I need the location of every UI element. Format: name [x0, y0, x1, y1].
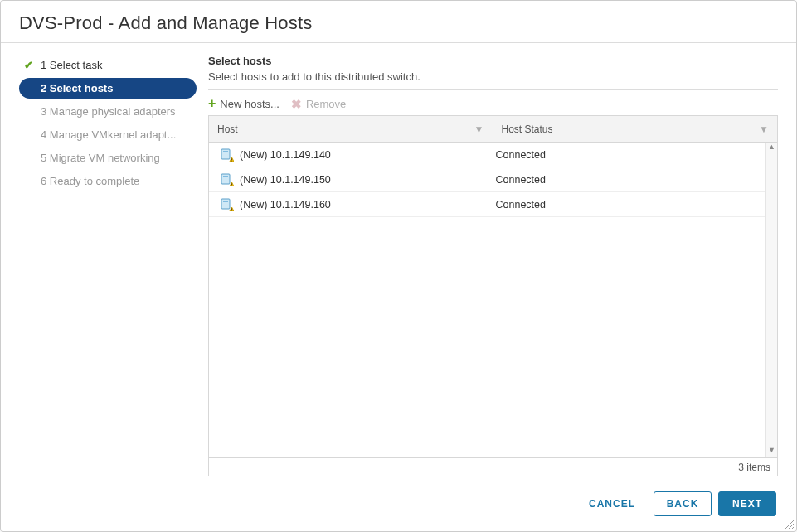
cancel-button[interactable]: CANCEL [577, 491, 647, 516]
dialog-title: DVS-Prod - Add and Manage Hosts [19, 12, 778, 34]
hosts-table: Host ▼ Host Status ▼ [208, 115, 778, 476]
wizard-step-ready-complete[interactable]: 6 Ready to complete [19, 171, 197, 191]
dialog-header: DVS-Prod - Add and Manage Hosts [1, 1, 796, 43]
cell-status: Connected [488, 199, 766, 210]
remove-label: Remove [306, 98, 346, 110]
svg-rect-6 [223, 176, 228, 177]
cell-host: (New) 10.1.149.140 [209, 148, 488, 162]
table-body: (New) 10.1.149.140 Connected [209, 143, 765, 457]
resize-handle-icon[interactable] [785, 520, 794, 529]
step-label: 1 Select task [41, 59, 102, 71]
svg-rect-4 [231, 160, 232, 161]
svg-rect-10 [221, 199, 230, 209]
section-title: Select hosts [208, 55, 778, 67]
svg-rect-0 [221, 149, 230, 159]
checkmark-icon: ✔ [24, 59, 33, 71]
svg-rect-9 [231, 185, 232, 186]
filter-icon[interactable]: ▼ [474, 123, 484, 135]
svg-rect-11 [223, 201, 228, 202]
remove-button: ✖ Remove [291, 98, 346, 110]
svg-rect-1 [223, 151, 228, 152]
toolbar: + New hosts... ✖ Remove [208, 90, 778, 115]
column-label: Host Status [502, 123, 553, 135]
content-panel: Select hosts Select hosts to add to this… [208, 55, 778, 476]
items-count: 3 items [738, 462, 770, 473]
step-label: 6 Ready to complete [41, 175, 139, 187]
column-header-status[interactable]: Host Status ▼ [493, 116, 778, 142]
dialog-body: ✔ 1 Select task 2 Select hosts 3 Manage … [1, 43, 796, 476]
cell-host: (New) 10.1.149.160 [209, 198, 488, 211]
scroll-down-icon[interactable]: ▼ [766, 446, 777, 457]
host-name: (New) 10.1.149.160 [240, 199, 331, 210]
svg-rect-13 [231, 208, 232, 210]
wizard-step-physical-adapters[interactable]: 3 Manage physical adapters [19, 101, 197, 122]
step-label: 5 Migrate VM networking [41, 152, 160, 164]
scrollbar[interactable]: ▲ ▼ [765, 143, 777, 457]
wizard-steps: ✔ 1 Select task 2 Select hosts 3 Manage … [19, 55, 197, 476]
cell-status: Connected [488, 174, 766, 186]
svg-rect-5 [221, 174, 230, 184]
svg-line-17 [792, 527, 794, 529]
svg-rect-3 [231, 158, 232, 160]
step-label: 2 Select hosts [41, 82, 113, 94]
new-hosts-button[interactable]: + New hosts... [208, 97, 279, 110]
scroll-up-icon[interactable]: ▲ [766, 143, 777, 154]
column-header-host[interactable]: Host ▼ [209, 116, 493, 142]
svg-rect-14 [231, 210, 232, 210]
plus-icon: + [208, 97, 216, 110]
column-label: Host [217, 123, 238, 135]
wizard-step-select-task[interactable]: ✔ 1 Select task [19, 55, 197, 75]
back-button[interactable]: BACK [654, 491, 712, 516]
filter-icon[interactable]: ▼ [759, 123, 769, 135]
x-icon: ✖ [291, 98, 302, 110]
new-hosts-label: New hosts... [220, 98, 279, 110]
wizard-step-select-hosts[interactable]: 2 Select hosts [19, 78, 197, 99]
table-row[interactable]: (New) 10.1.149.140 Connected [209, 143, 765, 167]
table-row[interactable]: (New) 10.1.149.160 Connected [209, 192, 765, 217]
wizard-step-vmkernel-adapters[interactable]: 4 Manage VMkernel adapt... [19, 124, 197, 145]
host-warning-icon [221, 148, 234, 162]
dialog-add-manage-hosts: DVS-Prod - Add and Manage Hosts ✔ 1 Sele… [0, 0, 797, 532]
table-row[interactable]: (New) 10.1.149.150 Connected [209, 167, 765, 192]
host-name: (New) 10.1.149.140 [240, 149, 331, 161]
cell-host: (New) 10.1.149.150 [209, 173, 488, 186]
host-warning-icon [221, 198, 234, 211]
svg-rect-8 [231, 183, 232, 185]
host-warning-icon [221, 173, 234, 186]
cell-status: Connected [488, 149, 766, 161]
next-button[interactable]: NEXT [718, 491, 776, 516]
table-footer: 3 items [209, 457, 777, 476]
dialog-footer: CANCEL BACK NEXT [1, 476, 796, 531]
wizard-step-migrate-vm-networking[interactable]: 5 Migrate VM networking [19, 148, 197, 168]
table-header: Host ▼ Host Status ▼ [209, 116, 777, 143]
host-name: (New) 10.1.149.150 [240, 174, 331, 186]
section-subtitle: Select hosts to add to this distributed … [208, 70, 778, 90]
table-body-wrap: (New) 10.1.149.140 Connected [209, 143, 777, 457]
step-label: 4 Manage VMkernel adapt... [41, 128, 176, 141]
step-label: 3 Manage physical adapters [41, 105, 176, 118]
